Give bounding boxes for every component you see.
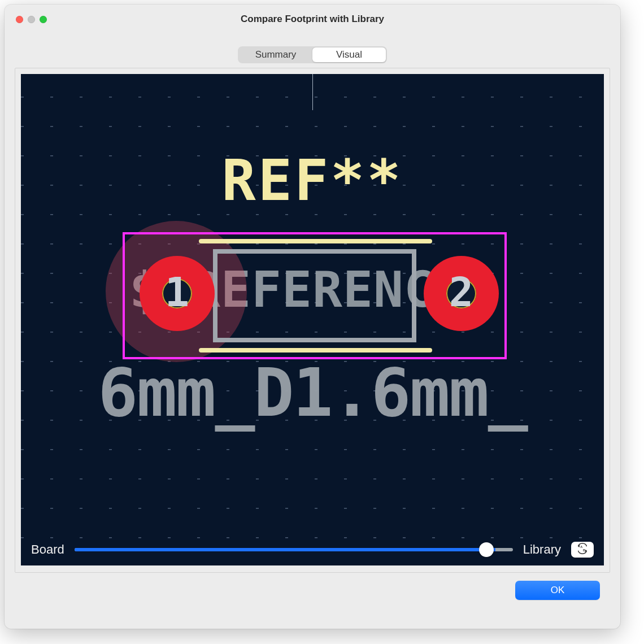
fab-outline-rect (213, 249, 416, 342)
pad-1: 1 (140, 256, 215, 331)
zoom-icon[interactable] (40, 16, 47, 23)
close-icon[interactable] (16, 16, 23, 23)
silkscreen-line-bottom (199, 348, 432, 353)
pad-2-number: 2 (424, 268, 499, 316)
tab-summary[interactable]: Summary (239, 47, 312, 62)
fab-footprint-name: 6mm_D1.6mm_ (21, 354, 604, 432)
svg-text:B: B (583, 549, 585, 552)
silkscreen-ref-text: REF** (21, 147, 604, 214)
minimize-icon (28, 16, 35, 23)
silkscreen-line-top (199, 239, 432, 243)
dialog-body: Summary Visual (5, 46, 620, 610)
titlebar: Compare Footprint with Library (5, 5, 620, 34)
swap-ab-icon: A B (576, 543, 589, 556)
blend-slider[interactable] (75, 543, 513, 556)
slider-right-label: Library (523, 542, 561, 557)
footprint-canvas[interactable]: REF** ${REFERENCE} 1 2 6mm (21, 74, 604, 565)
dialog-window: Compare Footprint with Library Summary V… (5, 5, 620, 629)
canvas-footer: Board Library (21, 542, 604, 558)
slider-track (75, 548, 513, 551)
window-title: Compare Footprint with Library (5, 14, 620, 25)
ok-button[interactable]: OK (515, 581, 600, 600)
segmented-control: Summary Visual (238, 46, 387, 63)
dialog-button-row: OK (15, 573, 610, 600)
slider-left-label: Board (31, 542, 64, 557)
pad-1-number: 1 (140, 268, 215, 316)
svg-text:A: A (580, 545, 582, 549)
slider-thumb[interactable] (479, 542, 494, 557)
tab-bar: Summary Visual (15, 46, 610, 63)
pad-2: 2 (424, 256, 499, 331)
footprint-overlay: REF** ${REFERENCE} 1 2 6mm (21, 74, 604, 565)
slider-fill (75, 548, 495, 551)
visual-panel: REF** ${REFERENCE} 1 2 6mm (15, 68, 610, 573)
swap-ab-button[interactable]: A B (571, 542, 594, 558)
traffic-lights (16, 16, 47, 23)
tab-visual[interactable]: Visual (312, 47, 386, 62)
